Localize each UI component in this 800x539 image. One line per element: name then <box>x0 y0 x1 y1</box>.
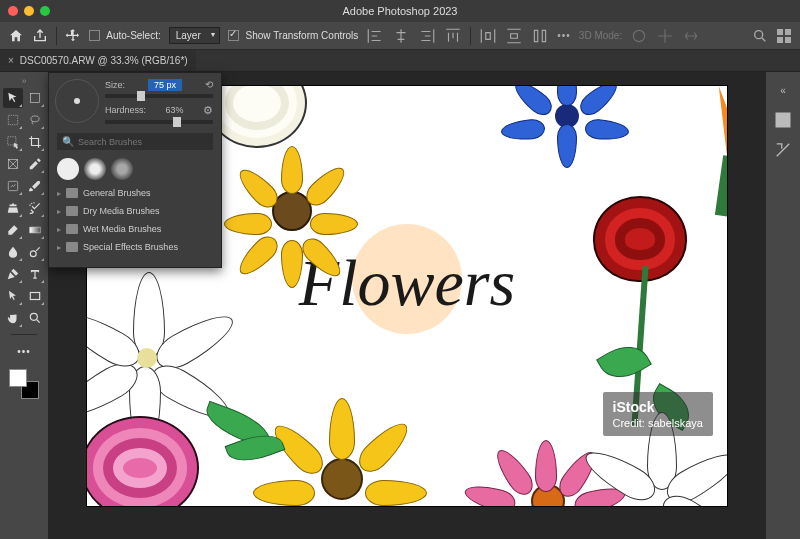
svg-rect-14 <box>30 293 39 300</box>
svg-rect-6 <box>30 93 39 102</box>
lasso-tool[interactable] <box>25 110 45 130</box>
foreground-color-swatch[interactable] <box>9 369 27 387</box>
expand-panels-icon[interactable]: « <box>773 80 793 100</box>
brush-preset-panel[interactable]: Size: 75 px ⟲ Hardness: 63% ⚙ 🔍 <box>48 72 222 268</box>
rectangular-marquee-tool[interactable] <box>3 110 23 130</box>
home-icon[interactable] <box>8 28 24 44</box>
auto-select-checkbox[interactable]: Auto-Select: <box>89 30 161 42</box>
path-selection-tool[interactable] <box>3 286 23 306</box>
frame-tool[interactable] <box>3 154 23 174</box>
brush-size-slider[interactable] <box>105 94 213 98</box>
move-tool-icon <box>65 28 81 44</box>
eraser-tool[interactable] <box>3 220 23 240</box>
separator <box>470 27 471 45</box>
clone-stamp-tool[interactable] <box>3 198 23 218</box>
svg-point-8 <box>31 116 39 122</box>
show-transform-checkbox[interactable]: Show Transform Controls <box>228 30 359 42</box>
chevron-right-icon: ▸ <box>57 189 61 198</box>
svg-rect-12 <box>30 227 41 233</box>
canvas-flower-red-rose <box>593 196 687 282</box>
crop-tool[interactable] <box>25 132 45 152</box>
color-swatches[interactable] <box>9 369 39 399</box>
brush-hardness-label: Hardness: <box>105 105 146 115</box>
brush-search[interactable]: 🔍 <box>57 133 213 150</box>
brush-hardness-slider[interactable] <box>105 120 213 124</box>
search-icon: 🔍 <box>62 136 74 147</box>
zoom-window-button[interactable] <box>40 6 50 16</box>
brush-size-value[interactable]: 75 px <box>148 79 182 91</box>
chevron-right-icon: ▸ <box>57 207 61 216</box>
watermark-brand: iStock <box>613 398 704 416</box>
brush-hardness-value[interactable]: 63% <box>166 105 184 115</box>
align-top-edges-icon[interactable] <box>444 27 462 45</box>
align-horizontal-centers-icon[interactable] <box>392 27 410 45</box>
title-bar: Adobe Photoshop 2023 <box>0 0 800 22</box>
close-window-button[interactable] <box>8 6 18 16</box>
document-tab[interactable]: × DSC00570.ARW @ 33.3% (RGB/16*) <box>0 50 196 71</box>
svg-rect-16 <box>776 113 791 128</box>
layer-select[interactable]: Layer <box>169 27 220 44</box>
auto-select-label: Auto-Select: <box>106 30 160 41</box>
hand-tool[interactable] <box>3 308 23 328</box>
brush-folder[interactable]: ▸Special Effects Brushes <box>55 240 215 254</box>
history-brush-tool[interactable] <box>25 198 45 218</box>
brush-folder[interactable]: ▸Wet Media Brushes <box>55 222 215 236</box>
object-selection-tool[interactable] <box>3 132 23 152</box>
canvas-flower-yellow-daisy <box>267 406 417 506</box>
share-icon[interactable] <box>32 28 48 44</box>
chevron-right-icon: ▸ <box>57 243 61 252</box>
brush-preset-soft-round[interactable] <box>84 158 106 180</box>
distribute-horizontal-icon[interactable] <box>479 27 497 45</box>
canvas-flower-sunflower-top <box>237 156 347 266</box>
dodge-tool[interactable] <box>25 242 45 262</box>
align-right-edges-icon[interactable] <box>418 27 436 45</box>
properties-panel-icon[interactable] <box>773 140 793 160</box>
move-tool[interactable] <box>3 88 23 108</box>
three-d-slide-icon <box>682 27 700 45</box>
type-tool[interactable] <box>25 264 45 284</box>
edit-toolbar-button[interactable]: ••• <box>14 341 34 361</box>
blur-tool[interactable] <box>3 242 23 262</box>
spot-healing-brush-tool[interactable] <box>3 176 23 196</box>
pen-tool[interactable] <box>3 264 23 284</box>
gradient-tool[interactable] <box>25 220 45 240</box>
brush-preset-soft-round-2[interactable] <box>111 158 133 180</box>
brush-search-input[interactable] <box>78 137 208 147</box>
folder-icon <box>66 206 78 216</box>
distribute-spacing-icon[interactable] <box>531 27 549 45</box>
search-icon[interactable] <box>752 28 768 44</box>
close-tab-icon[interactable]: × <box>8 55 14 66</box>
svg-rect-5 <box>785 37 791 43</box>
brush-folder-label: Wet Media Brushes <box>83 224 161 234</box>
brush-folder-label: Special Effects Brushes <box>83 242 178 252</box>
svg-rect-2 <box>777 29 783 35</box>
artboard-tool[interactable] <box>25 88 45 108</box>
brush-size-label: Size: <box>105 80 125 90</box>
color-panel-icon[interactable] <box>773 110 793 130</box>
canvas-flower-pink-rose <box>87 416 199 506</box>
folder-icon <box>66 242 78 252</box>
brush-folder-label: Dry Media Brushes <box>83 206 160 216</box>
three-d-pan-icon <box>656 27 674 45</box>
canvas-flower-cornflower <box>507 86 627 158</box>
zoom-tool[interactable] <box>25 308 45 328</box>
flip-brush-icon[interactable]: ⟲ <box>205 79 213 90</box>
toolbox: » ••• <box>0 72 48 539</box>
more-align-options-icon[interactable]: ••• <box>557 30 571 41</box>
brush-tool[interactable] <box>25 176 45 196</box>
brush-folder[interactable]: ▸Dry Media Brushes <box>55 204 215 218</box>
align-left-edges-icon[interactable] <box>366 27 384 45</box>
canvas-flower-bird-of-paradise <box>715 86 727 176</box>
rectangle-tool[interactable] <box>25 286 45 306</box>
chevron-right-icon: ▸ <box>57 225 61 234</box>
brush-recent-presets <box>49 154 221 184</box>
document-tab-label: DSC00570.ARW @ 33.3% (RGB/16*) <box>20 55 188 66</box>
toolbox-collapse-icon[interactable]: » <box>21 76 26 86</box>
distribute-vertical-icon[interactable] <box>505 27 523 45</box>
workspace-switcher-icon[interactable] <box>776 28 792 44</box>
brush-preset-hard-round[interactable] <box>57 158 79 180</box>
eyedropper-tool[interactable] <box>25 154 45 174</box>
brush-folder[interactable]: ▸General Brushes <box>55 186 215 200</box>
minimize-window-button[interactable] <box>24 6 34 16</box>
brush-settings-gear-icon[interactable]: ⚙ <box>203 104 213 117</box>
